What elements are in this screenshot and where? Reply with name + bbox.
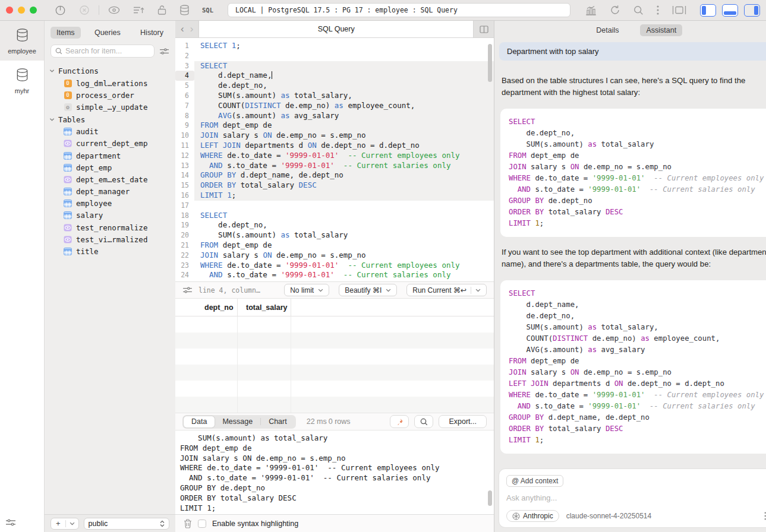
disconnect-icon[interactable]: [79, 5, 90, 15]
message-panel[interactable]: SUM(s.amount) as total_salaryFROM dept_e…: [175, 430, 494, 514]
window-panes-icon[interactable]: [672, 5, 686, 15]
structure-commit-icon[interactable]: [133, 5, 144, 15]
result-row[interactable]: [175, 332, 494, 349]
column-header-total-salary[interactable]: total_salary: [238, 299, 291, 316]
split-editor-icon[interactable]: [474, 21, 494, 37]
back-button[interactable]: ‹: [181, 23, 184, 35]
chart-icon[interactable]: [585, 5, 597, 15]
editor-line[interactable]: 20 SUM(s.amount) as total_salary: [175, 230, 494, 240]
run-current-dropdown[interactable]: Run Current ⌘↩: [406, 284, 487, 296]
tree-item[interactable]: dept_em…est_date: [49, 173, 175, 185]
result-row[interactable]: [175, 397, 494, 413]
tree-item[interactable]: test_renormalize: [49, 221, 175, 233]
editor-line[interactable]: 14GROUP BY d.dept_name, de.dept_no: [175, 170, 494, 180]
editor-line[interactable]: 1SELECT 1;: [175, 41, 494, 51]
editor-line[interactable]: 11LEFT JOIN departments d ON de.dept_no …: [175, 141, 494, 151]
connection-employee[interactable]: employee: [0, 21, 44, 61]
sidebar-settings-icon[interactable]: [5, 518, 16, 527]
ask-anything-input[interactable]: Ask anything...: [506, 493, 766, 502]
editor-line[interactable]: 3SELECT: [175, 61, 494, 71]
export-button[interactable]: Export...: [439, 415, 487, 428]
tree-item[interactable]: test_vi…rmalized: [49, 233, 175, 245]
tree-item[interactable]: dept_manager: [49, 186, 175, 198]
search-results-button[interactable]: [414, 415, 433, 428]
zoom-window-button[interactable]: [30, 7, 37, 14]
editor-line[interactable]: 18SELECT: [175, 211, 494, 221]
tab-sql-query[interactable]: SQL Query: [198, 21, 474, 37]
editor-line[interactable]: 9FROM dept_emp de: [175, 121, 494, 131]
toggle-right-panel-button[interactable]: [744, 4, 760, 17]
results-grid[interactable]: dept_no total_salary: [175, 298, 494, 413]
editor-line[interactable]: 13 AND s.to_date = '9999-01-01' -- Curre…: [175, 161, 494, 171]
editor-line[interactable]: 15ORDER BY total_salary DESC: [175, 180, 494, 191]
beautify-dropdown[interactable]: Beautify ⌘I: [339, 284, 397, 296]
item-search-input[interactable]: Search for item...: [51, 45, 155, 58]
editor-line[interactable]: 12WHERE de.to_date = '9999-01-01' -- Cur…: [175, 151, 494, 161]
add-item-button[interactable]: +: [51, 518, 79, 530]
tree-item[interactable]: audit: [49, 126, 175, 138]
tab-assistant[interactable]: Assistant: [640, 24, 682, 36]
filter-sliders-icon[interactable]: [159, 48, 169, 55]
editor-line[interactable]: 7 COUNT(DISTINCT de.emp_no) as employee_…: [175, 101, 494, 111]
editor-scrollbar[interactable]: [488, 44, 492, 82]
sql-editor[interactable]: 1SELECT 1;23SELECT4 d.dept_name,5 de.dep…: [175, 38, 494, 281]
tab-queries[interactable]: Queries: [89, 27, 127, 39]
add-context-button[interactable]: @ Add context: [506, 475, 563, 487]
tree-item[interactable]: department: [49, 150, 175, 162]
more-options-icon[interactable]: [657, 5, 659, 15]
conversation-title-banner[interactable]: Department with top salary: [499, 42, 766, 61]
editor-line[interactable]: 17: [175, 201, 494, 211]
editor-line[interactable]: 6 SUM(s.amount) as total_salary,: [175, 91, 494, 101]
preview-eye-icon[interactable]: [108, 6, 120, 14]
editor-line[interactable]: 5 de.dept_no,: [175, 81, 494, 91]
refresh-icon[interactable]: [610, 5, 620, 15]
result-row[interactable]: [175, 349, 494, 365]
forward-button[interactable]: ›: [190, 23, 194, 35]
limit-dropdown[interactable]: No limit: [284, 284, 329, 296]
editor-line[interactable]: 19 de.dept_no,: [175, 220, 494, 230]
editor-line[interactable]: 2: [175, 51, 494, 61]
message-scrollbar[interactable]: [488, 490, 492, 506]
trash-icon[interactable]: [184, 519, 192, 528]
lock-icon[interactable]: [157, 5, 166, 15]
database-icon[interactable]: [179, 5, 190, 15]
schema-select[interactable]: public: [84, 518, 169, 530]
editor-line[interactable]: 22JOIN salary s ON de.emp_no = s.emp_no: [175, 251, 494, 261]
provider-select[interactable]: Anthropic: [506, 510, 559, 522]
tab-details[interactable]: Details: [590, 24, 625, 36]
tree-item[interactable]: salary: [49, 210, 175, 221]
editor-line[interactable]: 24 AND s.to_date = '9999-01-01' -- Curre…: [175, 270, 494, 280]
connection-icon[interactable]: [55, 5, 66, 16]
tree-item[interactable]: employee: [49, 198, 175, 210]
tab-message[interactable]: Message: [215, 416, 260, 428]
search-icon[interactable]: [633, 5, 644, 15]
editor-line[interactable]: 4 d.dept_name,: [175, 71, 494, 81]
connection-myhr[interactable]: myhr: [0, 61, 44, 100]
tab-chart[interactable]: Chart: [261, 416, 295, 428]
column-header-dept-no[interactable]: dept_no: [196, 299, 238, 316]
tab-items[interactable]: Items: [51, 27, 81, 39]
tree-item[interactable]: current_dept_emp: [49, 138, 175, 150]
statusbar-sliders-icon[interactable]: [182, 286, 193, 294]
tree-item[interactable]: 0log_dml…erations: [49, 77, 175, 89]
result-row[interactable]: [175, 316, 494, 332]
minimize-window-button[interactable]: [18, 7, 25, 14]
toggle-bottom-panel-button[interactable]: [722, 4, 738, 17]
tree-section-tables[interactable]: Tables: [49, 113, 175, 126]
editor-line[interactable]: 16LIMIT 1;: [175, 191, 494, 201]
tree-item[interactable]: dept_emp: [49, 162, 175, 173]
tree-item[interactable]: ⚙simple_…y_update: [49, 101, 175, 113]
editor-line[interactable]: 23WHERE de.to_date = '9999-01-01' -- Cur…: [175, 261, 494, 271]
tree-item[interactable]: title: [49, 245, 175, 257]
syntax-highlighting-checkbox[interactable]: [198, 520, 206, 528]
pin-results-button[interactable]: [390, 415, 409, 428]
editor-line[interactable]: 8 AVG(s.amount) as avg_salary: [175, 111, 494, 121]
tree-item[interactable]: 0process_order: [49, 89, 175, 101]
editor-line[interactable]: 21FROM dept_emp de: [175, 240, 494, 251]
tab-data[interactable]: Data: [184, 416, 215, 428]
result-row[interactable]: [175, 365, 494, 381]
toggle-left-panel-button[interactable]: [700, 4, 716, 17]
assistant-chat[interactable]: Based on the table structures I can see,…: [494, 66, 766, 466]
editor-line[interactable]: 10JOIN salary s ON de.emp_no = s.emp_no: [175, 131, 494, 141]
close-window-button[interactable]: [6, 7, 13, 14]
